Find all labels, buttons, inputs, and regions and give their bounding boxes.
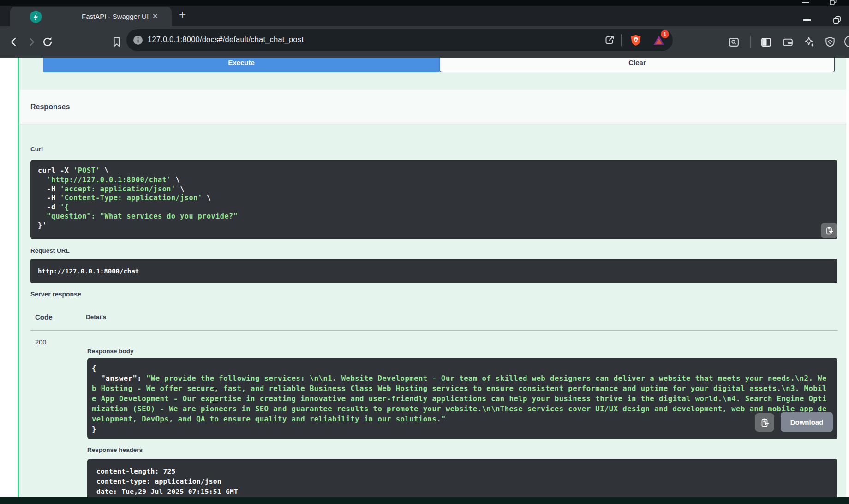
leo-ai-sparkle-icon[interactable]	[803, 36, 815, 48]
swagger-page: Execute Clear Responses Curl curl -X 'PO…	[0, 58, 849, 497]
opblock-post-chat: Execute Clear Responses Curl curl -X 'PO…	[18, 58, 846, 497]
tab-close-icon[interactable]: ✕	[152, 12, 158, 20]
wallet-icon[interactable]	[782, 36, 794, 48]
clipboard-copy-icon	[825, 226, 834, 235]
brave-shields-icon[interactable]	[629, 34, 642, 47]
curl-command: curl -X 'POST' \ 'http://127.0.0.1:8000/…	[38, 166, 830, 231]
response-body-block: { "answer": "We provide the following se…	[87, 358, 837, 439]
tab-bar: FastAPI - Swagger UI ✕ +	[0, 6, 849, 26]
rewards-badge: 1	[661, 30, 669, 38]
urlbar-divider	[621, 34, 622, 46]
vpn-shield-icon[interactable]	[824, 36, 836, 48]
browser-window: FastAPI - Swagger UI ✕ +	[0, 0, 849, 504]
back-icon[interactable]	[8, 36, 19, 47]
window-restore-icon[interactable]	[832, 15, 842, 24]
response-body-label: Response body	[87, 348, 134, 355]
responses-section-header: Responses	[20, 90, 846, 124]
tab-title: FastAPI - Swagger UI	[82, 12, 149, 20]
response-headers-list: content-length: 725content-type: applica…	[96, 466, 828, 497]
sidebar-icon[interactable]	[760, 36, 772, 48]
brave-rewards-button[interactable]: 1	[652, 34, 666, 47]
bottom-bar	[0, 497, 849, 504]
url-text[interactable]: 127.0.0.1:8000/docs#/default/chat_chat_p…	[148, 35, 304, 44]
window-title-strip	[0, 0, 849, 6]
request-url-value: http://127.0.0.1:8000/chat	[38, 267, 139, 275]
text-cursor	[215, 388, 215, 403]
table-header-rule	[30, 330, 837, 331]
server-response-label: Server response	[30, 291, 81, 298]
site-info-icon[interactable]	[133, 35, 143, 45]
profile-avatar[interactable]	[844, 36, 849, 47]
execute-button[interactable]: Execute	[43, 58, 440, 72]
find-in-page-icon[interactable]	[728, 36, 740, 48]
curl-label: Curl	[30, 146, 43, 153]
curl-block: curl -X 'POST' \ 'http://127.0.0.1:8000/…	[30, 160, 837, 239]
new-tab-icon[interactable]: +	[179, 7, 186, 22]
share-icon[interactable]	[604, 35, 615, 46]
request-url-label: Request URL	[30, 247, 70, 254]
response-headers-label: Response headers	[87, 446, 143, 453]
fastapi-favicon-icon	[30, 11, 42, 23]
response-body-json: { "answer": "We provide the following se…	[92, 363, 833, 434]
forward-icon[interactable]	[26, 36, 37, 47]
download-button[interactable]: Download	[781, 412, 833, 432]
bookmark-icon[interactable]	[111, 36, 123, 48]
window-minimize-icon[interactable]	[803, 19, 811, 21]
status-code: 200	[35, 338, 46, 346]
copy-curl-button[interactable]	[821, 223, 837, 238]
code-column-header: Code	[35, 313, 53, 321]
tab-fastapi-swagger[interactable]: FastAPI - Swagger UI ✕	[10, 7, 172, 26]
clear-button[interactable]: Clear	[440, 58, 835, 72]
details-column-header: Details	[86, 314, 106, 320]
url-bar[interactable]: 127.0.0.1:8000/docs#/default/chat_chat_p…	[126, 29, 673, 51]
clipboard-copy-icon	[759, 417, 770, 427]
request-url-block: http://127.0.0.1:8000/chat	[30, 259, 837, 283]
responses-title: Responses	[30, 103, 70, 111]
minimize-icon[interactable]	[802, 2, 809, 3]
toolbar-divider	[750, 36, 751, 48]
reload-icon[interactable]	[42, 36, 54, 48]
restore-icon[interactable]	[829, 0, 837, 6]
copy-response-button[interactable]	[755, 413, 774, 432]
browser-toolbar: 127.0.0.1:8000/docs#/default/chat_chat_p…	[0, 26, 849, 58]
execute-clear-row: Execute Clear	[43, 58, 835, 72]
